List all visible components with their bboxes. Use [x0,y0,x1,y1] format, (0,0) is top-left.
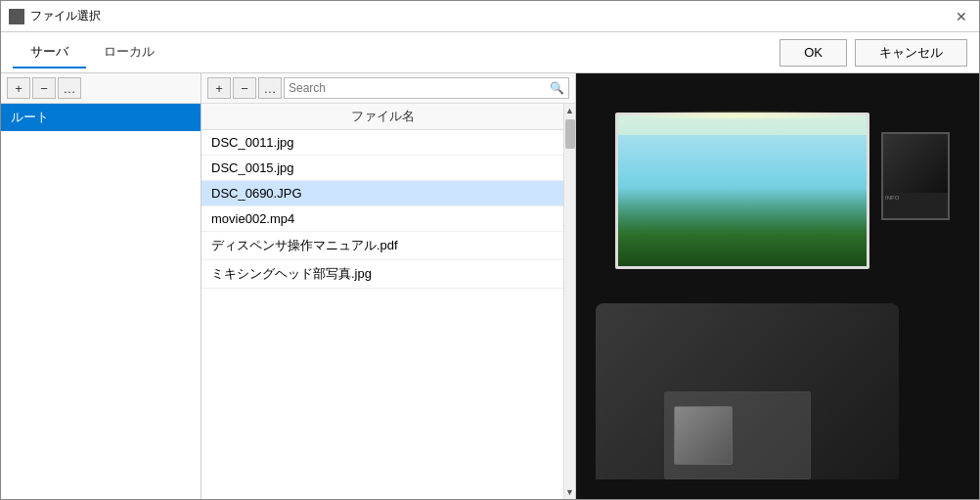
svg-rect-1 [18,10,23,16]
file-row[interactable]: DSC_0011.jpg [201,130,563,156]
file-row[interactable]: ディスペンサ操作マニュアル.pdf [201,232,563,260]
header-bar: サーバ ローカル OK キャンセル [1,32,979,73]
scrollbar-up-arrow[interactable]: ▲ [564,104,576,117]
file-row[interactable]: movie002.mp4 [201,206,563,232]
file-row[interactable]: DSC_0015.jpg [201,156,563,181]
middle-add-button[interactable]: + [207,77,231,99]
scrollbar[interactable]: ▲ ▼ [563,104,575,499]
main-area: + − … ルート + − … 🔍 ファイル名 D [1,73,979,499]
svg-rect-2 [10,18,16,23]
middle-toolbar: + − … 🔍 [201,73,575,104]
left-more-button[interactable]: … [58,77,81,99]
svg-rect-3 [18,18,23,23]
tab-bar: サーバ ローカル [13,37,172,68]
file-table: ファイル名 DSC_0011.jpg DSC_0015.jpg DSC_0690… [201,104,563,499]
cancel-button[interactable]: キャンセル [855,39,967,67]
scrollbar-down-arrow[interactable]: ▼ [564,485,576,499]
tab-server[interactable]: サーバ [13,37,86,68]
tank [615,113,869,269]
left-add-button[interactable]: + [7,77,30,99]
equipment-box [674,406,733,465]
file-selection-dialog: ファイル選択 ✕ サーバ ローカル OK キャンセル + − … ルート [0,0,980,500]
dialog-title: ファイル選択 [30,8,952,24]
file-list-area: ファイル名 DSC_0011.jpg DSC_0015.jpg DSC_0690… [201,104,575,499]
ok-button[interactable]: OK [780,39,847,67]
left-panel: + − … ルート [1,73,201,499]
search-input[interactable] [289,81,550,95]
dialog-buttons: OK キャンセル [780,39,967,67]
file-row[interactable]: DSC_0690.JPG [201,181,563,206]
tab-local[interactable]: ローカル [86,37,172,68]
small-monitor: INFO [881,132,950,220]
preview-panel: INFO [576,73,979,499]
preview-image: INFO [576,73,979,499]
file-column-header: ファイル名 [201,104,563,130]
middle-more-button[interactable]: … [258,77,282,99]
close-button[interactable]: ✕ [952,7,971,26]
scrollbar-thumb[interactable] [565,119,575,149]
left-toolbar: + − … [1,73,200,104]
window-icon [9,9,24,24]
left-remove-button[interactable]: − [32,77,56,99]
title-bar: ファイル選択 ✕ [1,1,979,32]
light-glow [613,111,871,120]
tree-area: ルート [1,104,200,499]
middle-panel: + − … 🔍 ファイル名 DSC_0011.jpg DSC_0015.jpg … [201,73,576,499]
svg-rect-0 [10,10,16,16]
search-icon: 🔍 [550,81,564,95]
search-box: 🔍 [284,77,569,99]
middle-remove-button[interactable]: − [233,77,256,99]
tree-item-root[interactable]: ルート [1,104,200,131]
file-row[interactable]: ミキシングヘッド部写真.jpg [201,260,563,289]
